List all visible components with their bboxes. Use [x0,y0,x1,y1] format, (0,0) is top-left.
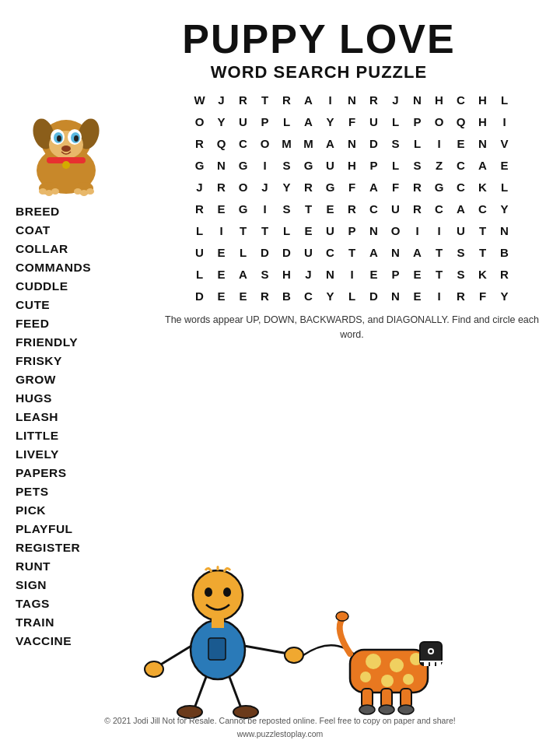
svg-point-21 [86,188,94,195]
grid-cell: T [429,241,450,263]
grid-cell: S [385,132,407,154]
svg-line-33 [229,677,241,708]
grid-cell: C [233,132,254,154]
grid-cell: E [407,263,429,285]
grid-cell: E [233,285,254,307]
svg-line-30 [244,646,288,654]
grid-cell: L [233,241,254,263]
word-item: LITTLE [16,426,159,445]
grid-cell: U [189,241,211,263]
grid-cell: Y [276,176,298,198]
grid-cell: E [211,263,233,285]
grid-cell: I [320,89,341,110]
grid-cell: D [363,285,385,307]
word-item: FRISKY [16,352,159,370]
grid-cell: E [363,263,385,285]
svg-point-29 [145,661,163,677]
word-item: GROW [16,370,159,389]
grid-cell: F [472,285,494,307]
grid-cell: L [341,285,363,307]
grid-cell: W [189,89,211,110]
svg-point-55 [398,705,414,714]
svg-rect-44 [424,661,429,666]
grid-cell: M [276,132,298,154]
grid-cell: A [320,132,341,154]
svg-point-23 [205,587,212,597]
grid-cell: D [276,241,298,263]
grid-cell: Q [211,132,233,154]
grid-cell: P [363,154,385,176]
word-item: PICK [16,501,159,520]
grid-cell: U [298,241,320,263]
grid-cell: U [233,110,254,132]
grid-cell: D [189,285,211,307]
svg-point-9 [57,135,61,142]
svg-line-28 [159,646,191,665]
grid-cell: I [429,132,450,154]
grid-cell: R [189,198,211,219]
grid-cell: L [494,176,516,198]
grid-cell: N [211,154,233,176]
word-item: COMMANDS [16,258,159,277]
grid-cell: E [298,219,320,241]
grid-cell: Q [450,110,472,132]
grid-cell: U [320,219,341,241]
grid-cell: A [407,241,429,263]
grid-cell: L [494,89,516,110]
grid-cell: T [254,89,276,110]
grid-cell: T [472,219,494,241]
grid-cell: T [298,198,320,219]
word-item: LIVELY [16,445,159,464]
grid-cell: B [494,241,516,263]
word-item: FRIENDLY [16,333,159,352]
grid-cell: L [276,110,298,132]
page-subtitle: WORD SEARCH PUZZLE [93,62,544,82]
svg-point-48 [429,650,432,653]
grid-cell: S [450,263,472,285]
grid-cell: R [276,89,298,110]
grid-cell: P [341,219,363,241]
word-item: PAPERS [16,464,159,482]
grid-cell: R [298,176,320,198]
grid-cell: H [429,89,450,110]
header: PUPPY LOVE WORD SEARCH PUZZLE [16,16,544,82]
grid-cell: H [276,263,298,285]
puppy-image [16,89,117,198]
footer: © 2021 Jodi Jill Not for Resale. Cannot … [0,714,560,741]
grid-cell: R [189,132,211,154]
grid-cell: R [341,198,363,219]
grid-cell: I [429,219,450,241]
grid-cell: R [211,176,233,198]
svg-rect-45 [430,661,435,666]
grid-cell: P [407,110,429,132]
svg-point-49 [336,612,348,621]
grid-cell: A [363,241,385,263]
grid-cell: C [472,198,494,219]
svg-point-13 [62,161,70,169]
grid-cell: O [254,132,276,154]
svg-rect-46 [436,661,441,666]
instructions: The words appear UP, DOWN, BACKWARDS, an… [159,313,544,342]
grid-cell: C [320,241,341,263]
grid-cell: Y [320,110,341,132]
grid-cell: N [385,285,407,307]
grid-cell: E [407,285,429,307]
grid-cell: C [450,176,472,198]
grid-cell: C [429,198,450,219]
grid-cell: A [298,110,320,132]
grid-cell: T [233,219,254,241]
grid-cell: C [298,285,320,307]
grid-cell: G [298,154,320,176]
grid-cell: R [450,285,472,307]
word-item: FEED [16,314,159,333]
grid-cell: F [341,176,363,198]
grid-cell: H [472,110,494,132]
grid-cell: N [320,263,341,285]
grid-cell: N [472,132,494,154]
grid-cell: Y [494,285,516,307]
grid-cell: D [254,241,276,263]
grid-cell: O [429,110,450,132]
grid-cell: M [298,132,320,154]
grid-cell: L [189,263,211,285]
grid-cell: E [211,241,233,263]
